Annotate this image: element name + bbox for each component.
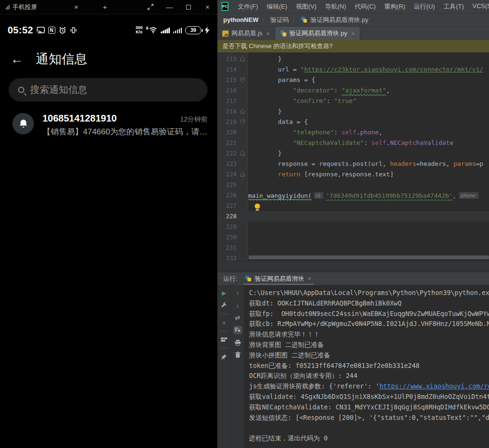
- code-text: [248, 243, 489, 253]
- parameter-hint: id:: [314, 192, 323, 199]
- console-line: 获取validate: 4SgxNJb6DxQ1SjniX8sKbSx+1UlP…: [249, 392, 489, 402]
- code-line: 215 params = {: [218, 75, 489, 85]
- code-line: 218 }: [218, 106, 489, 117]
- fold-marker-icon[interactable]: [237, 54, 248, 64]
- fold-marker-icon[interactable]: [237, 75, 248, 85]
- console-line: 获取fp: OH0tdut0N9secC24ssin\WaEBKajEuqgN9…: [249, 309, 489, 319]
- fullscreen-icon[interactable]: [141, 4, 160, 10]
- run-console[interactable]: C:\Users\HHUU\AppData\Local\Programs\Pyt…: [244, 285, 489, 448]
- code-text: }: [248, 54, 489, 64]
- stop-button[interactable]: ■: [220, 318, 228, 326]
- new-tab-icon[interactable]: +: [95, 3, 114, 11]
- menu-item-4[interactable]: 代码(C): [350, 2, 380, 11]
- python-icon: [245, 275, 251, 282]
- code-line: 231: [218, 243, 489, 253]
- alarm-icon: [59, 27, 66, 34]
- breadcrumb-item-0[interactable]: pythonNEW: [223, 16, 259, 23]
- editor-tab-1[interactable]: 验证网易易盾滑块.py×: [275, 27, 360, 40]
- menu-item-0[interactable]: 文件(F): [233, 2, 262, 11]
- fold-marker-icon[interactable]: [237, 106, 248, 117]
- line-number: 225: [218, 180, 237, 190]
- scroll-to-end-icon[interactable]: [234, 326, 242, 334]
- breadcrumb-item-2[interactable]: 验证网易易盾滑块.py: [311, 16, 368, 24]
- down-stack-icon[interactable]: ↓: [234, 301, 242, 309]
- maximize-icon[interactable]: [179, 3, 198, 11]
- nfc-icon: N: [48, 27, 55, 34]
- breadcrumb-separator: 〉: [292, 16, 298, 23]
- run-tab[interactable]: 验证网易易盾滑块 ×: [245, 272, 312, 285]
- tab-label: 验证网易易盾滑块.py: [290, 29, 347, 38]
- up-stack-icon[interactable]: ↑: [234, 289, 242, 297]
- menu-item-2[interactable]: 视图(V): [291, 2, 321, 11]
- line-number: 232: [218, 253, 237, 261]
- console-line: 滑块小拼图图 二进制已准备: [249, 350, 489, 361]
- minimize-icon[interactable]: —: [160, 3, 179, 11]
- run-toolbar-left: ▶ ■: [218, 285, 231, 448]
- code-text: response = requests.post(url, headers=he…: [248, 159, 489, 169]
- menu-item-1[interactable]: 编辑(E): [262, 2, 291, 11]
- screen: 手机投屏 × + — × 05:52 N 300K/s 6: [0, 0, 489, 448]
- fold-column: [237, 64, 248, 75]
- line-number: 213: [218, 54, 237, 64]
- fold-column: [237, 243, 248, 253]
- code-text: }: [248, 148, 489, 159]
- fold-column: [237, 253, 248, 261]
- tab-close-icon[interactable]: ×: [266, 30, 270, 37]
- tab-close-icon[interactable]: ×: [67, 3, 86, 11]
- line-number: 219: [218, 117, 237, 127]
- panel-splitter[interactable]: [218, 261, 489, 272]
- vibrate-icon: [70, 27, 77, 34]
- code-text: [248, 211, 489, 222]
- menu-item-7[interactable]: 工具(T): [439, 2, 468, 11]
- editor-tab-bar: JS网易易盾.js×验证网易易盾滑块.py×: [218, 26, 489, 40]
- code-line: 226main_wangyiyidun(id:'7d6340d91fdb4510…: [218, 190, 489, 201]
- spellcheck-banner: 是否下载 Chinese 的语法和拼写检查器?: [218, 40, 489, 52]
- python-icon: [301, 17, 307, 23]
- notification-item[interactable]: 10685141281910 12分钟前 【销售易】474660为您的销售易验证…: [0, 113, 217, 137]
- settings-wrench-icon[interactable]: [220, 301, 228, 309]
- fold-column: [237, 159, 248, 169]
- cast-titlebar: 手机投屏 × + — ×: [0, 0, 217, 14]
- code-line: 222 }: [218, 148, 489, 159]
- search-input[interactable]: 搜索通知信息: [9, 78, 208, 102]
- tab-close-icon[interactable]: ×: [351, 30, 355, 37]
- clear-trash-icon[interactable]: [234, 351, 242, 359]
- soft-wrap-icon[interactable]: ⇄: [234, 314, 242, 322]
- intention-bulb-icon[interactable]: [255, 204, 260, 209]
- fold-marker-icon[interactable]: [237, 117, 248, 127]
- search-placeholder: 搜索通知信息: [30, 83, 87, 96]
- breadcrumb-item-1[interactable]: 验证码: [271, 16, 289, 24]
- back-arrow-icon[interactable]: ←: [10, 53, 23, 66]
- editor-tab-0[interactable]: JS网易易盾.js×: [218, 27, 275, 40]
- menu-item-3[interactable]: 导航(N): [321, 2, 350, 11]
- code-line: 229: [218, 222, 489, 232]
- menu-item-5[interactable]: 重构(R): [380, 2, 410, 11]
- ide-window: PC 文件(F)编辑(E)视图(V)导航(N)代码(C)重构(R)运行(U)工具…: [217, 0, 489, 448]
- fold-column: [237, 127, 248, 138]
- charging-icon: [205, 27, 209, 34]
- pin-icon[interactable]: [220, 353, 228, 361]
- close-icon[interactable]: ×: [198, 3, 217, 11]
- print-icon[interactable]: [234, 338, 242, 346]
- code-text: main_wangyiyidun(id:'7d6340d91fdb45109bb…: [248, 190, 489, 201]
- run-toolbar-right: ↑ ↓ ⇄: [231, 285, 244, 448]
- console-link[interactable]: https://www.xiaoshouyi.com/reg: [379, 382, 489, 390]
- fold-marker-icon[interactable]: [237, 169, 248, 180]
- code-line: 228: [218, 211, 489, 222]
- cast-tab[interactable]: 手机投屏: [0, 3, 67, 11]
- parameter-hint: phone:: [459, 192, 479, 199]
- fold-marker-icon[interactable]: [237, 148, 248, 159]
- file-type-js-icon: JS: [222, 31, 229, 37]
- code-line: 223 response = requests.post(url, header…: [218, 159, 489, 169]
- menu-item-8[interactable]: VCS(S): [468, 2, 489, 11]
- fold-column: [237, 232, 248, 243]
- code-editor[interactable]: 213 }214 url = "https://c23ktor.xiaoshou…: [218, 52, 489, 261]
- breadcrumb-separator: 〉: [262, 16, 267, 23]
- phone-status-bar: 05:52 N 300K/s 6 39: [0, 23, 217, 37]
- console-line: 获取NECaptchaValidate: CN31_MdYYxCEJIj8qGg…: [249, 402, 489, 413]
- restore-layout-icon[interactable]: [220, 336, 228, 344]
- run-tab-close-icon[interactable]: ×: [308, 275, 312, 282]
- line-number: 216: [218, 85, 237, 96]
- menu-item-6[interactable]: 运行(U): [410, 2, 439, 11]
- rerun-button[interactable]: ▶: [220, 289, 228, 297]
